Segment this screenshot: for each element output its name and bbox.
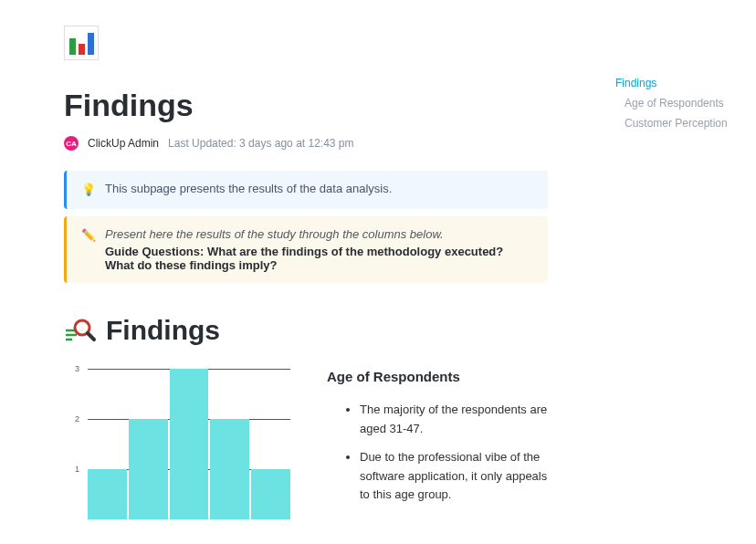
page-icon bbox=[64, 26, 99, 60]
author-name[interactable]: ClickUp Admin bbox=[88, 137, 159, 150]
avatar[interactable]: CA bbox=[64, 136, 79, 151]
meta-row: CA ClickUp Admin Last Updated: 3 days ag… bbox=[64, 136, 548, 151]
chart-bar bbox=[170, 369, 209, 519]
toc-item[interactable]: Age of Respondents bbox=[615, 93, 743, 113]
bullet-item: Due to the professional vibe of the soft… bbox=[360, 448, 548, 505]
magnifier-icon bbox=[64, 314, 97, 347]
subheading-age: Age of Respondents bbox=[327, 369, 548, 384]
age-chart: 123 bbox=[64, 369, 290, 519]
y-tick-label: 2 bbox=[75, 414, 79, 424]
last-updated: Last Updated: 3 days ago at 12:43 pm bbox=[168, 137, 353, 150]
callout-info: 💡 This subpage presents the results of t… bbox=[64, 171, 548, 209]
callout-guide: ✏️ Present here the results of the study… bbox=[64, 216, 548, 283]
toc: FindingsAge of RespondentsCustomer Perce… bbox=[615, 73, 743, 133]
chart-bar bbox=[251, 469, 290, 519]
callout-guide-bold: Guide Questions: What are the findings o… bbox=[105, 245, 533, 272]
svg-line-4 bbox=[88, 333, 94, 340]
bullet-item: The majority of the respondents are aged… bbox=[360, 401, 548, 439]
callout-guide-italic: Present here the results of the study th… bbox=[105, 227, 444, 241]
chart-bar bbox=[210, 419, 249, 519]
toc-item[interactable]: Customer Perception bbox=[615, 113, 743, 133]
section-heading: Findings bbox=[106, 315, 220, 346]
page-title: Findings bbox=[64, 88, 548, 123]
pencil-icon: ✏️ bbox=[81, 227, 96, 244]
chart-bar bbox=[129, 419, 168, 519]
lightbulb-icon: 💡 bbox=[81, 182, 96, 198]
chart-bar bbox=[88, 469, 127, 519]
toc-item[interactable]: Findings bbox=[615, 73, 743, 93]
callout-info-text: This subpage presents the results of the… bbox=[105, 182, 392, 195]
bullet-list: The majority of the respondents are aged… bbox=[327, 401, 548, 505]
y-tick-label: 1 bbox=[75, 465, 79, 474]
y-tick-label: 3 bbox=[75, 364, 79, 373]
